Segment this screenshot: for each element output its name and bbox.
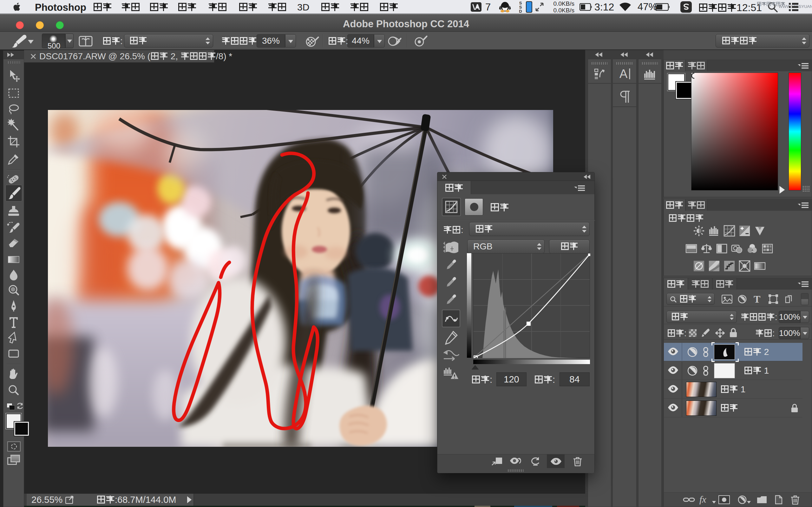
svg-text:A: A <box>619 67 628 80</box>
